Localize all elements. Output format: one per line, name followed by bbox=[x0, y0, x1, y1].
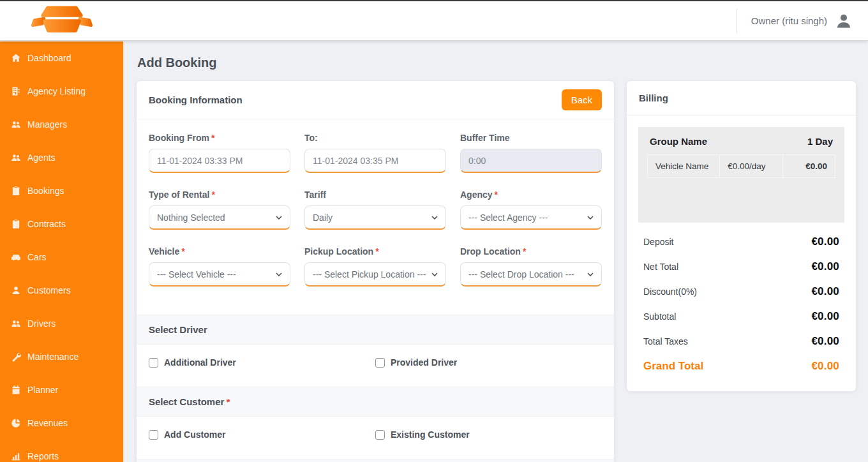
main-content: Add Booking Booking Information Back Boo… bbox=[123, 41, 868, 462]
buffer-time-input bbox=[460, 149, 602, 173]
grand-total-label: Grand Total bbox=[643, 360, 703, 373]
pickup-location-label: Pickup Location* bbox=[304, 246, 446, 257]
avatar-icon[interactable] bbox=[835, 12, 853, 30]
booking-information-title: Booking Information bbox=[149, 94, 243, 105]
select-driver-header: Select Driver bbox=[137, 315, 614, 345]
user-name: Owner (ritu singh) bbox=[751, 15, 827, 26]
sidebar-item-managers[interactable]: Managers bbox=[0, 108, 123, 141]
sidebar-item-label: Dashboard bbox=[27, 53, 71, 63]
sidebar-item-revenues[interactable]: Revenues bbox=[0, 406, 123, 440]
app-logo[interactable] bbox=[29, 4, 95, 38]
group-name: Group Name bbox=[650, 136, 707, 147]
sidebar-item-bookings[interactable]: Bookings bbox=[0, 174, 123, 207]
chevron-down-icon bbox=[431, 272, 438, 276]
chevron-down-icon bbox=[276, 216, 282, 220]
sidebar-item-dashboard[interactable]: Dashboard bbox=[0, 41, 123, 75]
car-logo-icon bbox=[29, 4, 95, 35]
next-section-bar bbox=[137, 459, 614, 462]
sidebar-item-planner[interactable]: Planner bbox=[0, 373, 123, 406]
header-divider bbox=[737, 9, 737, 33]
sidebar-item-label: Maintenance bbox=[27, 352, 79, 362]
vehicle-row: Vehicle Name €0.00/day €0.00 bbox=[647, 154, 835, 178]
additional-driver-label: Additional Driver bbox=[164, 357, 236, 368]
field-to: To: bbox=[304, 133, 446, 173]
chevron-down-icon bbox=[431, 216, 438, 220]
field-type-of-rental: Type of Rental* Nothing Selected bbox=[149, 190, 290, 230]
chevron-down-icon bbox=[276, 272, 282, 276]
discount-value: €0.00 bbox=[811, 285, 839, 298]
drop-location-label: Drop Location* bbox=[460, 246, 602, 257]
sidebar-item-maintenance[interactable]: Maintenance bbox=[0, 340, 123, 373]
car-icon bbox=[11, 252, 21, 262]
billing-title: Billing bbox=[639, 93, 668, 103]
sidebar-item-customers[interactable]: Customers bbox=[0, 274, 123, 307]
add-customer-checkbox-item[interactable]: Add Customer bbox=[149, 429, 375, 440]
grand-total-row: Grand Total €0.00 bbox=[642, 354, 841, 378]
total-taxes-value: €0.00 bbox=[811, 335, 839, 348]
agency-label: Agency* bbox=[460, 190, 602, 200]
clipboard-icon bbox=[11, 219, 21, 229]
sidebar-item-agency-listing[interactable]: Agency Listing bbox=[0, 75, 123, 108]
vehicle-select[interactable]: --- Select Vehicle --- bbox=[149, 262, 290, 287]
billing-card: Billing Group Name 1 Day Vehicle Name €0… bbox=[627, 81, 856, 391]
pie-chart-icon bbox=[11, 418, 21, 428]
deposit-row: Deposit €0.00 bbox=[642, 229, 841, 254]
deposit-label: Deposit bbox=[643, 237, 673, 247]
agency-select[interactable]: --- Select Agency --- bbox=[460, 205, 602, 230]
wrench-icon bbox=[11, 352, 21, 362]
sidebar-item-reports[interactable]: Reports bbox=[0, 440, 123, 462]
additional-driver-checkbox[interactable] bbox=[149, 358, 158, 368]
field-agency: Agency* --- Select Agency --- bbox=[460, 190, 602, 230]
total-taxes-label: Total Taxes bbox=[643, 336, 688, 346]
sidebar-item-label: Agents bbox=[27, 153, 56, 163]
subtotal-row: Subtotal €0.00 bbox=[642, 304, 841, 329]
field-vehicle: Vehicle* --- Select Vehicle --- bbox=[149, 246, 290, 287]
sidebar-item-label: Cars bbox=[27, 252, 47, 262]
buffer-time-label: Buffer Time bbox=[460, 133, 602, 143]
discount-label: Discount(0%) bbox=[643, 287, 697, 297]
home-icon bbox=[11, 53, 21, 63]
existing-customer-checkbox[interactable] bbox=[375, 430, 385, 440]
sidebar-item-cars[interactable]: Cars bbox=[0, 241, 123, 274]
tariff-select[interactable]: Daily bbox=[304, 205, 446, 230]
field-pickup-location: Pickup Location* --- Select Pickup Locat… bbox=[304, 246, 446, 287]
booking-from-input[interactable] bbox=[149, 149, 290, 173]
sidebar-item-label: Planner bbox=[27, 385, 58, 395]
subtotal-label: Subtotal bbox=[643, 311, 676, 322]
existing-customer-checkbox-item[interactable]: Existing Customer bbox=[375, 429, 602, 440]
vehicle-label: Vehicle* bbox=[149, 246, 290, 257]
back-button[interactable]: Back bbox=[562, 89, 602, 110]
calendar-icon bbox=[11, 385, 21, 395]
tariff-label: Tariff bbox=[304, 190, 446, 200]
sidebar-item-label: Customers bbox=[27, 285, 71, 295]
deposit-value: €0.00 bbox=[811, 235, 839, 248]
pickup-location-select[interactable]: --- Select Pickup Location --- bbox=[304, 262, 446, 287]
provided-driver-checkbox[interactable] bbox=[375, 358, 385, 368]
type-of-rental-label: Type of Rental* bbox=[149, 190, 290, 200]
users-icon bbox=[11, 119, 21, 130]
grand-total-value: €0.00 bbox=[811, 360, 839, 373]
sidebar-item-label: Agency Listing bbox=[27, 86, 86, 96]
add-customer-label: Add Customer bbox=[164, 429, 225, 440]
sidebar-item-agents[interactable]: Agents bbox=[0, 141, 123, 174]
users-icon bbox=[11, 153, 21, 163]
sidebar-item-label: Reports bbox=[27, 451, 59, 461]
net-total-value: €0.00 bbox=[811, 260, 839, 273]
discount-row: Discount(0%) €0.00 bbox=[642, 279, 841, 304]
booking-to-input[interactable] bbox=[304, 149, 446, 173]
type-of-rental-select[interactable]: Nothing Selected bbox=[149, 205, 290, 230]
sidebar-item-drivers[interactable]: Drivers bbox=[0, 307, 123, 340]
drop-location-select[interactable]: --- Select Drop Location --- bbox=[460, 262, 602, 287]
additional-driver-checkbox-item[interactable]: Additional Driver bbox=[149, 357, 375, 368]
page-title: Add Booking bbox=[137, 56, 856, 70]
provided-driver-checkbox-item[interactable]: Provided Driver bbox=[375, 357, 602, 368]
user-menu[interactable]: Owner (ritu singh) bbox=[737, 9, 853, 33]
person-icon bbox=[11, 285, 21, 295]
chevron-down-icon bbox=[587, 216, 594, 220]
sidebar-item-label: Drivers bbox=[27, 318, 56, 329]
add-customer-checkbox[interactable] bbox=[149, 430, 158, 440]
building-icon bbox=[11, 86, 21, 96]
total-taxes-row: Total Taxes €0.00 bbox=[642, 329, 841, 354]
field-booking-from: Booking From* bbox=[149, 133, 290, 173]
sidebar-item-contracts[interactable]: Contracts bbox=[0, 207, 123, 241]
